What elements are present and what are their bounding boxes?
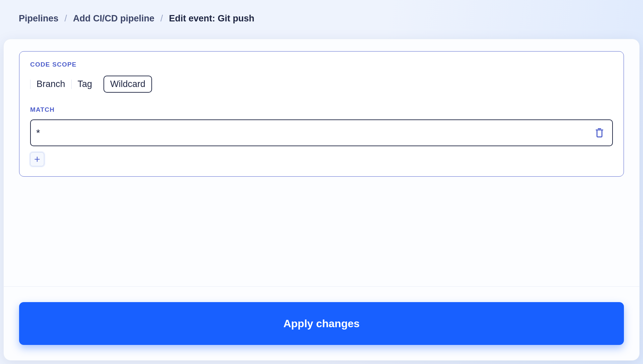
scope-wildcard[interactable]: Wildcard xyxy=(103,76,152,93)
match-input-row xyxy=(30,119,613,146)
code-scope-panel: CODE SCOPE Branch Tag Wildcard MATCH xyxy=(19,51,624,177)
scope-tag[interactable]: Tag xyxy=(72,80,98,89)
match-label: MATCH xyxy=(30,106,613,113)
plus-icon xyxy=(34,156,41,163)
apply-changes-button[interactable]: Apply changes xyxy=(19,302,624,345)
breadcrumb-separator: / xyxy=(65,13,67,24)
breadcrumb-current: Edit event: Git push xyxy=(169,13,255,24)
breadcrumb: Pipelines / Add CI/CD pipeline / Edit ev… xyxy=(0,0,643,24)
breadcrumb-add-pipeline[interactable]: Add CI/CD pipeline xyxy=(73,13,154,24)
match-section: MATCH xyxy=(30,106,613,166)
breadcrumb-separator: / xyxy=(160,13,163,24)
main-card: CODE SCOPE Branch Tag Wildcard MATCH xyxy=(3,39,640,361)
delete-match-button[interactable] xyxy=(593,126,606,140)
scope-options: Branch Tag Wildcard xyxy=(30,76,613,93)
page-root: Pipelines / Add CI/CD pipeline / Edit ev… xyxy=(0,0,643,364)
breadcrumb-pipelines[interactable]: Pipelines xyxy=(19,13,59,24)
card-footer: Apply changes xyxy=(4,286,639,360)
card-body: CODE SCOPE Branch Tag Wildcard MATCH xyxy=(4,39,639,286)
code-scope-label: CODE SCOPE xyxy=(30,61,613,68)
add-match-button[interactable] xyxy=(30,152,44,166)
match-input[interactable] xyxy=(36,127,593,139)
scope-branch[interactable]: Branch xyxy=(30,80,71,89)
trash-icon xyxy=(594,127,604,138)
